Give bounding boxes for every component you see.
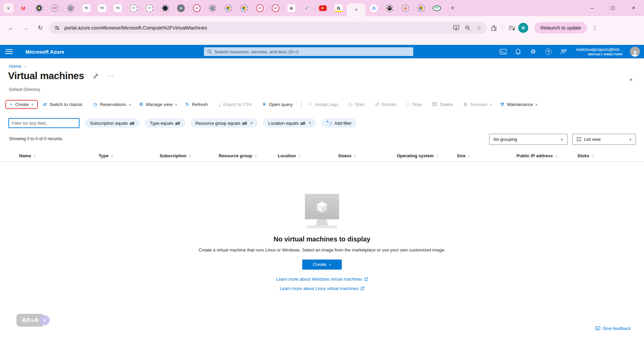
remove-filter-icon[interactable]: × [250, 121, 253, 125]
feedback-person-icon[interactable] [559, 48, 568, 56]
column-header[interactable]: Status ↑↓ [338, 153, 397, 158]
browser-profile-avatar[interactable]: R [518, 23, 528, 33]
column-header[interactable]: Location ↑↓ [278, 153, 338, 158]
browser-tab[interactable]: ⊛ [283, 2, 299, 14]
column-header[interactable]: Subscription ↑↓ [160, 153, 219, 158]
relaunch-to-update-button[interactable]: Relaunch to update [534, 22, 587, 34]
back-button[interactable]: ← [5, 22, 17, 34]
browser-tab[interactable]: ⊕ [63, 2, 78, 14]
browser-tab[interactable]: M [15, 2, 31, 14]
learn-more-link[interactable]: Learn more about Linux virtual machines [280, 286, 364, 291]
filter-pill[interactable]: Location equals all × [263, 118, 316, 128]
browser-tab[interactable]: ⊕ [173, 2, 189, 14]
browser-tab[interactable] [31, 2, 47, 14]
maximize-button[interactable] [602, 0, 623, 16]
column-header[interactable]: Name ↑↓ [19, 153, 99, 158]
toolbar-item[interactable]: ↓ Export to CSV [214, 102, 259, 107]
view-dropdown[interactable]: List view ∨ [572, 134, 636, 145]
browser-tab[interactable]: G [366, 2, 382, 14]
browser-tab[interactable]: psi [252, 2, 268, 14]
forward-button[interactable]: → [19, 22, 32, 34]
sort-arrows-icon[interactable]: ↑↓ [468, 154, 470, 158]
grouping-dropdown[interactable]: No grouping ∨ [489, 134, 568, 145]
notifications-bell-icon[interactable] [514, 48, 522, 56]
toolbar-item[interactable]: □ Stop [402, 102, 428, 107]
toolbar-item[interactable]: ⚒ Maintenance ∨ [496, 102, 542, 107]
cloud-shell-icon[interactable] [499, 48, 507, 56]
close-page-icon[interactable]: × [629, 76, 633, 83]
browser-tab[interactable]: TC [94, 2, 110, 14]
browser-tab[interactable]: TC [78, 2, 94, 14]
toolbar-item[interactable]: ⇄ Switch to classic [39, 102, 89, 107]
active-tab[interactable]: × [347, 3, 366, 16]
create-vm-button[interactable]: Create ∨ [302, 260, 342, 270]
column-header[interactable]: Type ↑↓ [99, 153, 160, 158]
toolbar-item[interactable]: ⌧ Delete [428, 102, 460, 107]
minimize-button[interactable]: ─ [582, 0, 602, 16]
browser-tab[interactable]: TC [126, 2, 142, 14]
browser-tab[interactable]: ⊕ [205, 2, 220, 14]
account-avatar[interactable] [630, 47, 640, 57]
close-window-button[interactable]: × [623, 0, 644, 16]
tab-search-button[interactable]: ∨ [3, 3, 13, 13]
browser-tab[interactable]: DEV [382, 2, 397, 14]
column-header[interactable]: Size ↑↓ [457, 153, 517, 158]
browser-tab[interactable] [236, 2, 252, 14]
column-header[interactable]: Resource group ↑↓ [219, 153, 278, 158]
browser-tab[interactable]: TC [142, 2, 157, 14]
bookmark-star-icon[interactable]: ☆ [475, 24, 483, 32]
sort-arrows-icon[interactable]: ↑↓ [591, 154, 594, 158]
browser-menu-icon[interactable]: ⋮ [592, 24, 597, 32]
toolbar-item[interactable]: ↺ Restart [371, 102, 402, 107]
new-tab-button[interactable]: + [447, 3, 458, 13]
toolbar-item[interactable]: + Create ∨ [5, 100, 38, 109]
account-info[interactable]: realcloudprojects@hot... DEFAULT DIRECTO… [576, 47, 623, 56]
browser-tab[interactable] [220, 2, 236, 14]
more-actions-icon[interactable]: ··· [107, 73, 114, 79]
azure-brand[interactable]: Microsoft Azure [25, 49, 64, 55]
add-filter-button[interactable]: +▽ Add filter [321, 118, 357, 128]
sort-arrows-icon[interactable]: ↑↓ [110, 154, 113, 158]
give-feedback-link[interactable]: Give feedback [595, 326, 631, 331]
toolbar-item[interactable]: ▷ Start [345, 102, 371, 107]
pin-dashboard-icon[interactable] [93, 73, 99, 79]
sort-arrows-icon[interactable]: ↑↓ [555, 154, 557, 158]
learn-more-link[interactable]: Learn more about Windows virtual machine… [276, 277, 368, 282]
sort-arrows-icon[interactable]: ↑↓ [298, 154, 300, 158]
close-tab-icon[interactable]: × [355, 7, 358, 12]
install-app-icon[interactable] [452, 24, 460, 32]
media-controls-icon[interactable] [507, 24, 516, 32]
sort-arrows-icon[interactable]: ↑↓ [354, 154, 356, 158]
filter-pill[interactable]: Subscription equals all [85, 118, 140, 128]
browser-tab[interactable]: ◆ [397, 2, 413, 14]
browser-tab[interactable]: psi [47, 2, 63, 14]
sparkle-icon[interactable]: ★ [40, 315, 50, 325]
browser-tab[interactable]: ▶ [315, 2, 331, 14]
reload-button[interactable]: ↻ [34, 22, 46, 34]
settings-gear-icon[interactable]: ⚙ [529, 48, 537, 56]
column-header[interactable]: Public IP address ↑↓ [517, 153, 578, 158]
toolbar-item[interactable]: ≣ Services ∨ [460, 102, 496, 107]
browser-tab[interactable]: G [331, 2, 346, 14]
browser-tab[interactable]: psi [189, 2, 205, 14]
remove-filter-icon[interactable]: × [309, 121, 311, 125]
column-header[interactable]: Disks ↑↓ [578, 153, 601, 158]
browser-tab[interactable] [413, 2, 429, 14]
browser-tab[interactable]: TC [110, 2, 126, 14]
portal-menu-icon[interactable] [5, 49, 13, 54]
filter-input[interactable] [8, 118, 79, 128]
column-header[interactable]: Operating system ↑↓ [397, 153, 457, 158]
browser-tab[interactable]: psi [268, 2, 283, 14]
site-settings-icon[interactable] [53, 24, 61, 32]
toolbar-item[interactable] [301, 101, 302, 108]
toolbar-item[interactable]: ◷ Reservations ∨ [89, 102, 135, 107]
sort-arrows-icon[interactable]: ↑↓ [33, 154, 35, 158]
sort-arrows-icon[interactable]: ↑↓ [436, 154, 438, 158]
toolbar-item[interactable]: ⋔ Open query [258, 102, 299, 107]
sort-arrows-icon[interactable]: ↑↓ [254, 154, 257, 158]
sort-arrows-icon[interactable]: ↑↓ [188, 154, 191, 158]
url-text[interactable]: portal.azure.com/#browse/Microsoft.Compu… [64, 25, 449, 31]
address-bar[interactable]: portal.azure.com/#browse/Microsoft.Compu… [49, 22, 487, 34]
browser-tab[interactable] [157, 2, 173, 14]
browser-tab[interactable]: ✓ [299, 2, 315, 14]
